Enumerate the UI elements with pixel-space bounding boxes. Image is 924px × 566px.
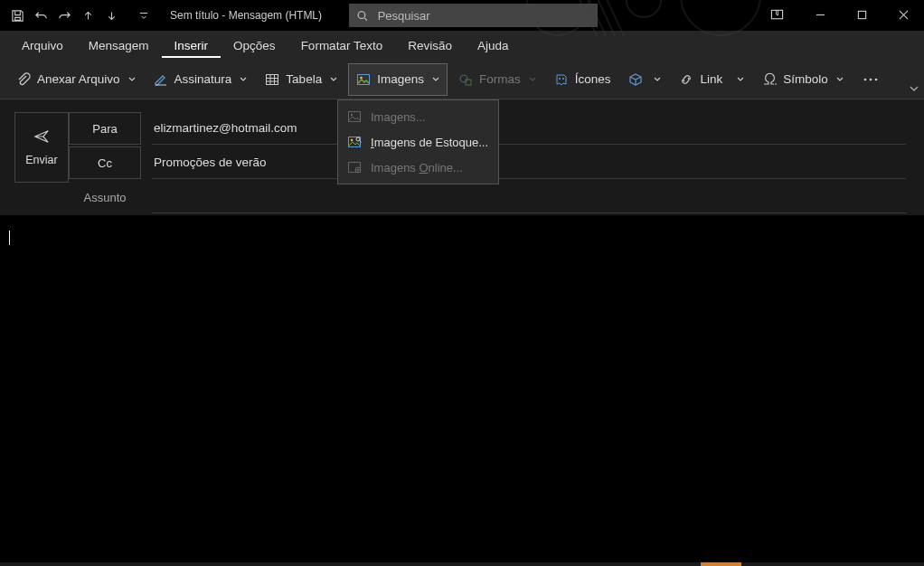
ribbon: Anexar Arquivo Assinatura Tabela Imagens… [0,60,924,99]
status-bar [0,562,924,566]
text-cursor [9,231,10,245]
link-icon [679,72,693,87]
menu-item-images-from-file[interactable]: Imagens... [338,104,498,129]
svg-rect-3 [267,74,278,84]
chevron-down-icon [432,76,439,83]
chevron-down-icon [128,76,136,83]
menu-item-online-images[interactable]: Imagens Online... [338,155,498,180]
previous-item-button[interactable] [76,1,99,30]
to-field[interactable] [152,112,906,145]
search-input[interactable] [378,9,590,23]
svg-point-14 [351,114,353,116]
svg-point-12 [874,78,877,80]
quick-access-toolbar [0,1,152,30]
picture-icon [356,72,371,87]
ellipsis-icon [863,78,878,81]
send-icon [33,128,51,145]
chevron-down-icon [330,76,337,83]
chevron-down-icon [529,76,536,83]
menu-item-label: Imagens de Estoque... [371,136,488,149]
window-title: Sem título - Mensagem (HTML) [170,9,322,22]
chevron-down-icon [240,76,247,83]
window-controls [799,0,924,29]
svg-point-0 [358,11,365,18]
subject-field[interactable] [152,181,906,213]
table-label: Tabela [286,72,322,86]
svg-point-8 [559,78,561,80]
svg-point-6 [460,75,467,82]
table-icon [265,72,279,87]
next-item-button[interactable] [99,1,123,30]
cube-icon [628,72,643,87]
tab-mensagem[interactable]: Mensagem [76,33,162,58]
more-commands-button[interactable] [854,63,887,96]
tab-formatar-texto[interactable]: Formatar Texto [288,33,396,58]
signature-button[interactable]: Assinatura [146,63,255,96]
cc-button[interactable]: Cc [69,146,141,179]
ribbon-display-options-button[interactable] [756,0,797,29]
paperclip-icon [16,72,31,87]
icons-label: Ícones [575,72,611,86]
svg-point-11 [869,78,872,80]
close-button[interactable] [882,0,924,29]
tab-ajuda[interactable]: Ajuda [465,33,522,58]
link-button[interactable]: Link [672,63,730,96]
online-picture-icon [347,160,362,175]
chevron-down-icon [836,76,844,83]
symbol-button[interactable]: Símbolo [755,63,851,96]
svg-rect-7 [466,80,471,85]
cc-field[interactable] [152,146,906,179]
stock-picture-icon [347,135,362,149]
menu-item-label: Imagens Online... [371,161,463,175]
maximize-button[interactable] [841,0,882,29]
chevron-down-icon [910,84,919,93]
message-body[interactable] [0,215,924,559]
link-dropdown[interactable] [730,76,751,83]
svg-point-10 [863,78,866,80]
svg-point-9 [562,78,564,80]
3d-models-button[interactable] [621,63,668,96]
send-button[interactable]: Enviar [14,112,69,183]
svg-point-16 [351,139,353,141]
svg-rect-4 [358,74,370,84]
ribbon-tabs: Arquivo Mensagem Inserir Opções Formatar… [0,31,924,60]
title-bar: Sem título - Mensagem (HTML) [0,0,924,31]
send-label: Enviar [25,154,57,166]
menu-item-stock-images[interactable]: Imagens de Estoque... [338,129,498,155]
shapes-button[interactable]: Formas [451,63,543,96]
save-button[interactable] [5,1,29,30]
attach-file-button[interactable]: Anexar Arquivo [9,63,143,96]
table-button[interactable]: Tabela [258,63,344,96]
svg-point-17 [356,137,360,141]
omega-icon [762,72,777,87]
undo-button[interactable] [29,1,52,30]
tab-revisao[interactable]: Revisão [395,33,465,58]
sticker-icon [554,72,569,87]
collapse-ribbon-button[interactable] [910,80,919,97]
svg-rect-2 [858,11,865,18]
menu-item-label: Imagens... [371,110,426,124]
icons-button[interactable]: Ícones [547,63,618,96]
3d-models-dropdown[interactable] [646,76,668,83]
shapes-icon [458,72,473,87]
tab-opcoes[interactable]: Opções [221,33,288,58]
attach-file-label: Anexar Arquivo [37,72,120,86]
svg-rect-15 [349,137,361,147]
search-icon [356,9,369,23]
to-button[interactable]: Para [69,112,141,145]
svg-rect-13 [349,112,361,122]
tab-arquivo[interactable]: Arquivo [9,33,76,58]
shapes-label: Formas [479,72,521,86]
signature-icon [154,72,168,87]
status-accent [701,562,741,566]
tab-inserir[interactable]: Inserir [162,33,222,58]
redo-button[interactable] [52,1,76,30]
search-box[interactable] [349,4,598,27]
minimize-button[interactable] [799,0,841,29]
images-label: Imagens [377,72,424,86]
symbol-label: Símbolo [783,72,828,86]
images-button[interactable]: Imagens [348,63,448,96]
link-button-group: Link [672,63,751,96]
qat-customize-button[interactable] [136,1,152,30]
images-dropdown-menu: Imagens... Imagens de Estoque... Imagens… [337,99,499,184]
